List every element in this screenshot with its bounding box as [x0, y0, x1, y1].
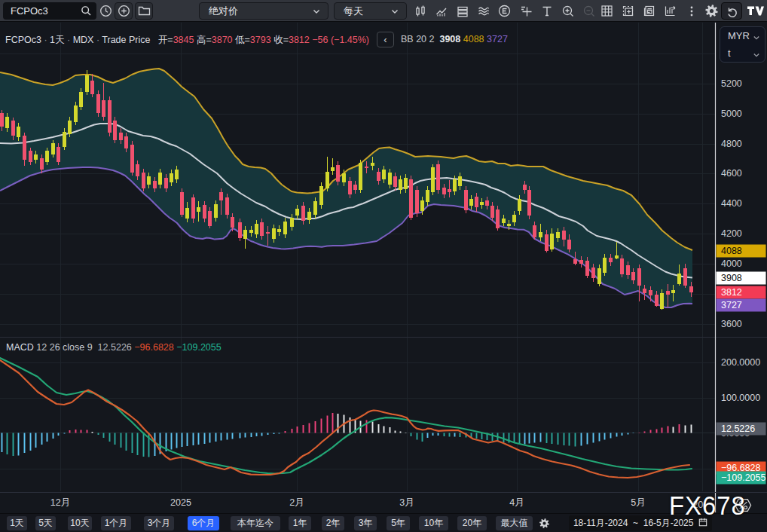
svg-text:100.0000: 100.0000 [721, 393, 760, 403]
svg-text:4800: 4800 [721, 139, 742, 149]
svg-text:5月: 5月 [631, 497, 645, 508]
svg-text:4000: 4000 [721, 258, 742, 269]
svg-text:3727: 3727 [721, 300, 742, 310]
svg-text:4200: 4200 [721, 228, 742, 239]
svg-text:−109.2055: −109.2055 [721, 472, 765, 483]
svg-text:3812: 3812 [721, 287, 742, 298]
svg-text:5000: 5000 [721, 109, 742, 119]
svg-text:2025: 2025 [170, 497, 191, 508]
svg-text:3600: 3600 [721, 319, 742, 329]
svg-text:3908: 3908 [721, 273, 742, 283]
svg-text:5200: 5200 [721, 78, 742, 89]
svg-text:4088: 4088 [721, 246, 742, 256]
svg-text:12.5226: 12.5226 [721, 423, 755, 434]
svg-text:3月: 3月 [399, 497, 414, 508]
svg-text:4月: 4月 [509, 497, 524, 508]
svg-text:4600: 4600 [721, 168, 742, 179]
svg-text:200.0000: 200.0000 [721, 357, 760, 368]
svg-text:2月: 2月 [289, 497, 304, 508]
svg-text:12月: 12月 [50, 497, 70, 508]
svg-text:4400: 4400 [721, 198, 742, 209]
